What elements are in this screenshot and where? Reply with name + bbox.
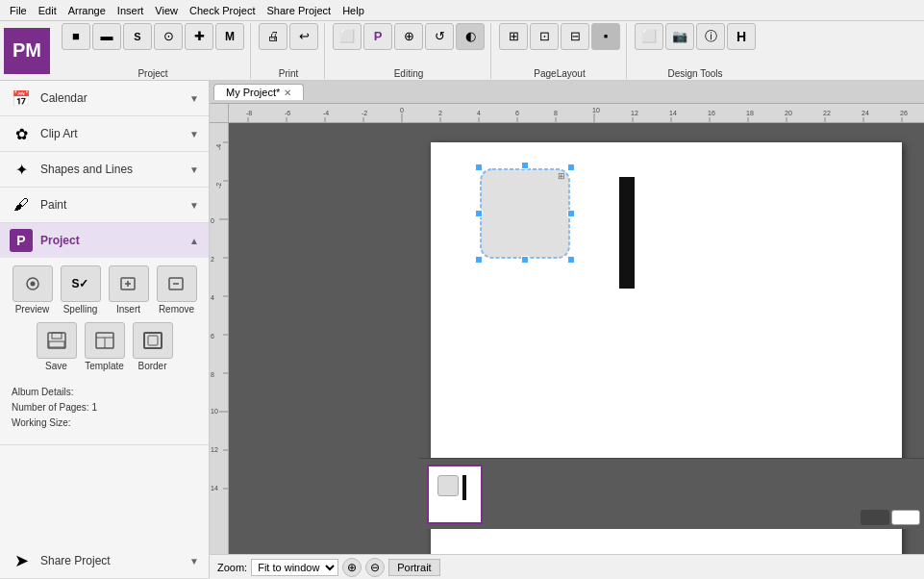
sidebar-item-project[interactable]: P Project ▲ [0, 223, 209, 258]
calendar-icon: 📅 [10, 87, 33, 110]
menu-share-project[interactable]: Share Project [262, 3, 337, 18]
toolbar-btn-merge[interactable]: M [215, 23, 244, 50]
bottom-bar: Zoom: Fit to window 50% 75% 100% 150% 20… [210, 554, 924, 579]
toolbar: PM ■ ▬ S ⊙ ✚ M Project 🖨 ↩ Print ⬜ P ⊕ ↺… [0, 21, 924, 81]
toggle-btn2[interactable] [891, 510, 920, 525]
svg-text:14: 14 [669, 110, 677, 116]
toolbar-btn-print[interactable]: 🖨 [259, 23, 287, 50]
toolbar-group-project-label: Project [137, 68, 167, 79]
toolbar-btn-pl3[interactable]: ⊟ [561, 23, 589, 50]
handle-top[interactable] [521, 162, 529, 169]
menu-file[interactable]: File [4, 3, 33, 18]
svg-text:10: 10 [211, 408, 218, 415]
svg-rect-14 [148, 336, 158, 345]
menu-edit[interactable]: Edit [33, 3, 62, 18]
remove-label: Remove [159, 304, 194, 315]
shapes-chevron: ▼ [189, 164, 199, 175]
sidebar-item-shapes[interactable]: ✦ Shapes and Lines ▼ [0, 152, 209, 187]
toolbar-btn-pl2[interactable]: ⊡ [530, 23, 559, 50]
handle-ml[interactable] [475, 210, 483, 217]
ruler-vertical: -4 -2 0 2 4 6 8 10 [210, 123, 229, 554]
svg-text:8: 8 [554, 110, 558, 116]
toolbar-btn-circle[interactable]: ⊙ [154, 23, 183, 50]
content-area: My Project* ✕ -8 -6 -4 [210, 81, 924, 579]
toolbar-btn-dt2[interactable]: 📷 [665, 23, 694, 50]
template-label: Template [85, 361, 124, 371]
toolbar-btn-dt1[interactable]: ⬜ [635, 23, 663, 50]
svg-text:24: 24 [862, 110, 869, 116]
toolbar-btn-pl1[interactable]: ⊞ [499, 23, 528, 50]
canvas-area[interactable]: -8 -6 -4 -2 0 2 4 6 [210, 104, 924, 554]
zoom-label: Zoom: [217, 562, 247, 573]
sidebar-item-clipart[interactable]: ✿ Clip Art ▼ [0, 116, 209, 151]
thumb-shape [437, 475, 459, 496]
toolbar-btn-e3[interactable]: ⊕ [394, 23, 423, 50]
spelling-icon: S✓ [61, 265, 101, 302]
toolbar-btn-pl4[interactable]: ▪ [591, 23, 620, 50]
rounded-rect-shape[interactable] [479, 167, 571, 260]
toolbar-btn-dt3[interactable]: ⓘ [696, 23, 725, 50]
toolbar-btn-save[interactable]: S [123, 23, 152, 50]
menu-insert[interactable]: Insert [112, 3, 150, 18]
line-shape[interactable] [619, 177, 635, 289]
menu-view[interactable]: View [149, 3, 184, 18]
project-btn-preview[interactable]: Preview [11, 265, 55, 315]
handle-br[interactable] [567, 256, 575, 264]
toolbar-group-designtools-label: Design Tools [667, 68, 722, 79]
svg-text:6: 6 [515, 110, 519, 116]
tab-close-icon[interactable]: ✕ [284, 88, 291, 98]
toolbar-btn-e2[interactable]: P [363, 23, 392, 50]
svg-text:2: 2 [438, 110, 442, 116]
handle-mr[interactable] [567, 210, 575, 217]
zoom-in-btn[interactable]: ⊕ [342, 558, 362, 577]
sidebar-item-calendar[interactable]: 📅 Calendar ▼ [0, 81, 209, 115]
toolbar-btn-open[interactable]: ▬ [92, 23, 121, 50]
svg-text:4: 4 [211, 294, 214, 301]
project-btn-border[interactable]: Border [131, 322, 175, 371]
portrait-button[interactable]: Portrait [388, 559, 439, 576]
tab-label: My Project* [226, 87, 280, 98]
toolbar-group-editing: ⬜ P ⊕ ↺ ◐ Editing [327, 23, 491, 79]
svg-text:4: 4 [477, 110, 481, 116]
paint-chevron: ▼ [189, 200, 199, 211]
shape-container[interactable]: ⊞ [479, 167, 571, 260]
zoom-out-btn[interactable]: ⊖ [365, 558, 385, 577]
svg-rect-15 [229, 104, 924, 123]
svg-text:-8: -8 [246, 110, 252, 116]
toggle-btn1[interactable] [861, 510, 889, 525]
toolbar-btn-e4[interactable]: ↺ [425, 23, 454, 50]
share-icon: ➤ [10, 549, 33, 572]
sidebar-item-share[interactable]: ➤ Share Project ▼ [0, 543, 209, 578]
thumbnail-page1[interactable] [427, 465, 483, 524]
svg-text:-2: -2 [362, 110, 367, 116]
project-btn-template[interactable]: Template [83, 322, 127, 371]
sidebar-section-paint: 🖌 Paint ▼ [0, 188, 209, 223]
project-btn-remove[interactable]: Remove [155, 265, 199, 315]
menu-check-project[interactable]: Check Project [184, 3, 261, 18]
share-chevron: ▼ [189, 556, 199, 566]
zoom-controls: Zoom: Fit to window 50% 75% 100% 150% 20… [217, 558, 440, 577]
toolbar-btn-undo[interactable]: ↩ [289, 23, 318, 50]
project-btn-save[interactable]: Save [35, 322, 79, 371]
zoom-select[interactable]: Fit to window 50% 75% 100% 150% 200% [251, 559, 338, 576]
menu-help[interactable]: Help [337, 3, 370, 18]
tab-my-project[interactable]: My Project* ✕ [213, 84, 304, 100]
main-layout: 📅 Calendar ▼ ✿ Clip Art ▼ ✦ Shapes and L… [0, 81, 924, 579]
project-btn-spelling[interactable]: S✓ Spelling [59, 265, 103, 315]
toolbar-btn-e1[interactable]: ⬜ [333, 23, 362, 50]
toolbar-btn-dt4[interactable]: H [727, 23, 756, 50]
toolbar-group-print-label: Print [279, 68, 299, 79]
svg-text:0: 0 [400, 107, 404, 113]
toolbar-btn-new[interactable]: ■ [62, 23, 90, 50]
calendar-label: Calendar [40, 91, 189, 105]
svg-text:22: 22 [823, 110, 831, 116]
menu-arrange[interactable]: Arrange [62, 3, 112, 18]
toolbar-btn-e5[interactable]: ◐ [456, 23, 485, 50]
handle-bl[interactable] [475, 256, 483, 264]
toolbar-btn-add[interactable]: ✚ [185, 23, 213, 50]
handle-tl[interactable] [475, 164, 483, 171]
project-btn-insert[interactable]: Insert [107, 265, 151, 315]
sidebar-item-paint[interactable]: 🖌 Paint ▼ [0, 188, 209, 222]
handle-tr[interactable] [567, 164, 575, 171]
handle-bm[interactable] [521, 256, 529, 264]
